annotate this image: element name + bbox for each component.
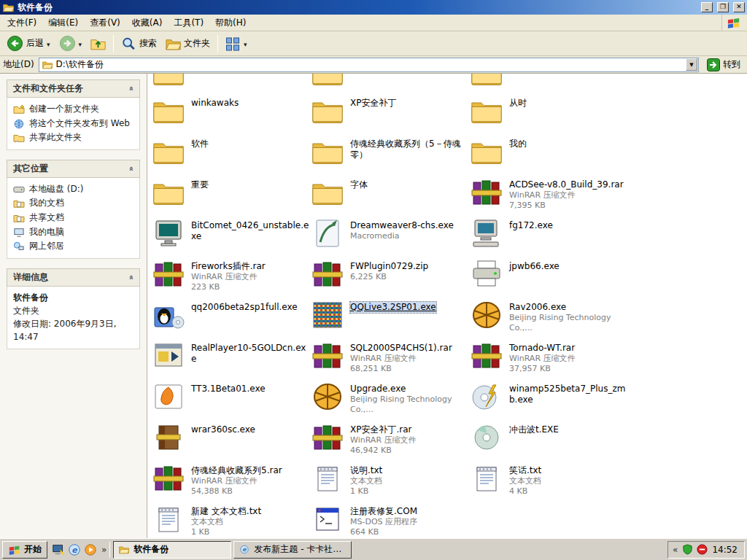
file-item[interactable]: XP安全补丁 [311,93,470,133]
address-input[interactable]: D:\软件备份 [56,58,683,71]
task-item-1[interactable]: 将这个文件夹发布到 Web [9,117,137,131]
menu-item-4[interactable]: 工具(T) [168,15,209,31]
collapse-chevron-icon[interactable] [126,275,136,280]
tasks-panel-title: 文件和文件夹任务 [13,82,83,95]
file-item[interactable]: 说明.txt文本文档1 KB [311,460,470,501]
taskbar-task-0[interactable]: 软件备份 [113,541,231,559]
menu-item-5[interactable]: 帮助(H) [209,15,252,31]
taskbar-task-1[interactable]: e发布新主题 - 卡卡社区... [233,541,352,559]
file-item[interactable]: Rav2006.exeBeijing Rising Technology Co.… [470,297,629,338]
file-item[interactable]: qq2006beta2sp1full.exe [152,297,311,338]
tasks-panel-header[interactable]: 文件和文件夹任务 [7,79,140,98]
file-item[interactable]: FWPlugin0729.zip6,225 KB [311,256,470,297]
address-combobox[interactable]: D:\软件备份 [39,58,699,72]
menu-item-2[interactable]: 查看(V) [84,15,126,31]
file-text: 冲击波t.EXE [509,423,559,435]
file-item[interactable]: winkawaks [152,93,311,133]
address-dropdown-button[interactable] [686,58,697,71]
file-item[interactable]: 笑话.txt文本文档4 KB [470,460,629,501]
place-item-3[interactable]: 我的电脑 [9,225,137,240]
file-item[interactable]: 新建 文本文档.txt文本文档1 KB [152,501,311,538]
file-item[interactable]: 注册表修复.COMMS-DOS 应用程序664 KB [311,501,470,538]
file-item[interactable]: XP安全补丁.rarWinRAR 压缩文件46,942 KB [311,419,470,460]
realplayer-icon [152,341,185,370]
menu-item-1[interactable]: 编辑(E) [42,15,84,31]
close-button[interactable] [733,2,745,12]
file-item[interactable]: ACDSee-v8.0_Build_39.rarWinRAR 压缩文件7,395… [470,174,629,215]
file-detail: 68,251 KB [350,364,452,374]
file-item[interactable]: 侍魂经典收藏系列（5－侍魂零） [311,133,470,174]
menu-item-3[interactable]: 收藏(A) [126,15,169,31]
maximize-button[interactable] [717,2,729,12]
place-item-4[interactable]: 网上邻居 [9,239,137,254]
places-panel-header[interactable]: 其它位置 [7,160,140,178]
views-dropdown-icon[interactable] [244,39,247,49]
title-bar[interactable]: 软件备份 [0,0,747,15]
quick-launch-overflow-chevron[interactable] [101,545,107,555]
place-item-2[interactable]: 共享文档 [9,211,137,225]
file-item[interactable]: 重要 [152,174,311,215]
file-item[interactable]: 冲击波t.EXE [470,419,629,460]
collapse-chevron-icon[interactable] [126,86,136,91]
desktop-icon[interactable] [52,543,65,556]
collapse-chevron-icon[interactable] [126,166,136,171]
file-item[interactable]: Dreamweaver8-chs.exeMacromedia [311,215,470,256]
file-item[interactable] [470,74,629,93]
back-dropdown-icon[interactable] [47,39,50,49]
alert-icon[interactable] [697,544,708,555]
folders-button[interactable]: 文件夹 [162,34,214,53]
file-item[interactable]: Upgrade.exeBeijing Rising Technology Co.… [311,378,470,419]
details-modified-date: 修改日期: 2006年9月3日, [9,317,137,330]
file-item[interactable]: QQLive3.2SP01.exe [311,297,470,338]
start-button[interactable]: 开始 [2,541,47,559]
place-item-0[interactable]: 本地磁盘 (D:) [9,182,137,197]
file-item[interactable]: 软件 [152,133,311,174]
file-item[interactable]: jpwb66.exe [470,256,629,297]
file-text: XP安全补丁.rarWinRAR 压缩文件46,942 KB [350,423,417,456]
file-item[interactable]: 侍魂经典收藏系列5.rarWinRAR 压缩文件54,388 KB [152,460,311,501]
tray-collapse-chevron[interactable] [673,545,678,555]
go-icon [707,58,720,71]
place-item-label: 本地磁盘 (D:) [29,184,83,195]
shield-icon[interactable] [682,544,693,555]
file-item[interactable]: TT3.1Beta01.exe [152,378,311,419]
file-name: 注册表修复.COM [350,506,417,517]
back-button[interactable]: 后退 [3,33,54,54]
file-list-area[interactable]: winkawaksXP安全补丁从时软件侍魂经典收藏系列（5－侍魂零）我的重要字体… [147,74,747,538]
go-button[interactable]: 转到 [703,58,744,71]
up-button[interactable] [87,34,109,53]
file-item[interactable]: 我的 [470,133,629,174]
file-item[interactable]: Tornado-WT.rarWinRAR 压缩文件37,957 KB [470,338,629,378]
file-item[interactable]: SQL2000SP4CHS(1).rarWinRAR 压缩文件68,251 KB [311,338,470,378]
file-item[interactable]: wrar360sc.exe [152,419,311,460]
file-item[interactable]: 字体 [311,174,470,215]
search-button[interactable]: 搜索 [117,34,160,53]
task-item-2[interactable]: 共享此文件夹 [9,131,137,145]
views-button[interactable] [222,34,251,53]
file-item[interactable]: fg172.exe [470,215,629,256]
media-icon[interactable] [84,543,97,556]
winrar-icon [311,341,344,370]
file-item[interactable]: RealPlayer10-5GOLDcn.exe [152,338,311,378]
forward-dropdown-icon[interactable] [79,39,82,49]
task-item-0[interactable]: 创建一个新文件夹 [9,102,137,117]
file-item[interactable] [311,74,470,93]
minimize-button[interactable] [701,2,713,12]
address-folder-icon [42,60,53,69]
file-item[interactable]: winamp525beta7_Plus_zmb.exe [470,378,629,419]
details-panel-header[interactable]: 详细信息 [7,268,140,287]
file-item[interactable]: BitComet_0426_unstable.exe [152,215,311,256]
menu-item-0[interactable]: 文件(F) [1,15,42,31]
my-computer-icon [13,227,25,238]
file-item[interactable] [152,74,311,93]
file-name: winamp525beta7_Plus_zmb.exe [509,384,629,405]
file-detail: 文本文档 [509,476,541,486]
tasks-list: 创建一个新文件夹将这个文件夹发布到 Web共享此文件夹 [7,98,140,150]
file-item[interactable]: Fireworks插件.rarWinRAR 压缩文件223 KB [152,256,311,297]
cd-icon [470,423,503,452]
file-item[interactable]: 从时 [470,93,629,133]
forward-button[interactable] [55,33,86,54]
ie-icon: e [239,545,250,554]
ie-icon[interactable]: e [68,543,81,556]
place-item-1[interactable]: 我的文档 [9,196,137,211]
